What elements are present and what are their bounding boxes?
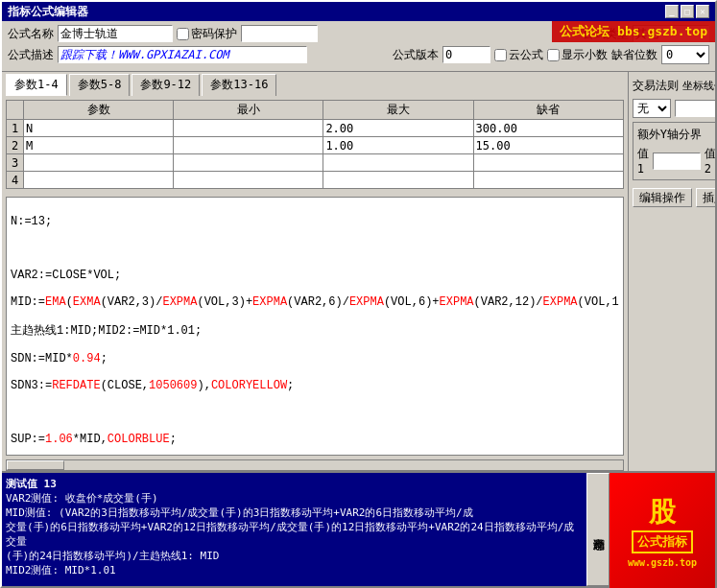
tabs-bar: 参数1-4 参数5-8 参数9-12 参数13-16: [2, 72, 628, 96]
right-spacer: [633, 211, 715, 467]
formula-watermark-image: 股 公式指标 www.gszb.top: [609, 473, 715, 588]
row-num-1: 1: [7, 120, 24, 137]
param-max-input-4[interactable]: [323, 172, 472, 188]
param-default-input-1[interactable]: [474, 120, 623, 136]
val1-input[interactable]: [653, 153, 701, 170]
cloud-label: 云公式: [494, 47, 543, 63]
password-input[interactable]: [241, 25, 318, 42]
param-min-input-4[interactable]: [174, 172, 323, 188]
param-min-input-1[interactable]: [174, 120, 323, 136]
tab-params-13-16[interactable]: 参数13-16: [202, 74, 276, 96]
coord-input[interactable]: [675, 100, 715, 117]
tab-params-5-8[interactable]: 参数5-8: [69, 74, 131, 96]
maximize-btn[interactable]: □: [681, 5, 694, 18]
insert-fn-btn[interactable]: 插入函数: [696, 188, 715, 207]
horizontal-scrollbar[interactable]: [6, 459, 624, 471]
desc-input[interactable]: [58, 46, 307, 63]
trade-rule-row: 交易法则 坐标线位置,最多6个,用分号分隔 另存为: [633, 76, 715, 95]
password-label: 密码保护: [191, 26, 237, 42]
cloud-checkbox[interactable]: [494, 49, 507, 61]
output-line-3: MID测值: (VAR2的3日指数移动平均/成交量(手)的3日指数移动平均+VA…: [6, 506, 583, 520]
coord-input-row: 无 自动 取 消: [633, 99, 715, 118]
param-default-input-2[interactable]: [474, 137, 623, 153]
password-checkbox[interactable]: [177, 28, 189, 40]
yaxis-section: 额外Y轴分界 值1 值2 值3 值4: [633, 122, 715, 180]
show-small-text: 显示小数: [562, 47, 608, 63]
val1-label: 值1: [637, 146, 649, 176]
param-default-input-4[interactable]: [474, 172, 623, 188]
yaxis-title: 额外Y轴分界: [637, 127, 715, 143]
cloud-text: 云公式: [509, 47, 543, 63]
main-window: 指标公式编辑器 _ □ ✕ 公式论坛 bbs.gszb.top 公式名称 密码保…: [0, 0, 717, 588]
param-max-input-2[interactable]: [323, 137, 472, 153]
version-input[interactable]: [442, 46, 490, 63]
yaxis-values-row: 值1 值2 值3 值4: [637, 146, 715, 176]
trade-rule-label: 交易法则: [633, 78, 679, 94]
output-line-2: VAR2测值: 收盘价*成交量(手): [6, 491, 583, 506]
param-min-input-2[interactable]: [174, 137, 323, 153]
param-default-3: [473, 154, 623, 172]
param-name-4: [24, 172, 174, 189]
bottom-section: 测试值 13 VAR2测值: 收盘价*成交量(手) MID测值: (VAR2的3…: [2, 471, 715, 586]
password-checkbox-label: 密码保护: [177, 26, 237, 42]
formula-desc-row: 公式描述 公式版本 云公式 显示小数 缺省位数 0123: [8, 45, 709, 64]
table-row: 3: [7, 154, 624, 172]
edit-ops-btn[interactable]: 编辑操作: [633, 188, 692, 207]
param-name-input-2[interactable]: [24, 137, 173, 153]
col-name: 参数: [24, 101, 174, 120]
title-bar-buttons: _ □ ✕: [665, 5, 709, 18]
left-panel: 参数1-4 参数5-8 参数9-12 参数13-16 参数 最小 最大 缺省: [2, 72, 629, 471]
header-area: 公式论坛 bbs.gszb.top 公式名称 密码保护 公式类型 公式描述: [2, 21, 715, 72]
row-num-4: 4: [7, 172, 24, 189]
code-editor[interactable]: N:=13; VAR2:=CLOSE*VOL; MID:=EMA(EXMA(VA…: [6, 197, 624, 456]
show-small-checkbox[interactable]: [547, 49, 560, 61]
row-num-2: 2: [7, 137, 24, 154]
tab-params-1-4[interactable]: 参数1-4: [6, 74, 67, 96]
param-name-1: [24, 120, 174, 137]
param-default-4: [473, 172, 623, 189]
row-num-3: 3: [7, 154, 24, 172]
param-default-1: [473, 120, 623, 137]
param-min-4: [174, 172, 323, 189]
param-name-input-3[interactable]: [24, 154, 173, 171]
formula-watermark-title: 公式指标: [632, 530, 693, 553]
main-content: 参数1-4 参数5-8 参数9-12 参数13-16 参数 最小 最大 缺省: [2, 72, 715, 471]
param-min-input-3[interactable]: [174, 154, 323, 171]
name-label: 公式名称: [8, 26, 54, 42]
param-default-2: [473, 137, 623, 154]
param-name-input-4[interactable]: [24, 172, 173, 188]
digits-label: 缺省位数: [611, 47, 657, 63]
scrollbar-thumb[interactable]: [7, 460, 64, 470]
watermark-top: 公式论坛 bbs.gszb.top: [552, 21, 715, 42]
coord-label: 坐标线位置,最多6个,用分号分隔: [682, 79, 715, 93]
val2-label: 值2: [705, 146, 715, 176]
param-max-input-3[interactable]: [323, 154, 472, 171]
param-max-input-1[interactable]: [323, 120, 472, 136]
close-btn[interactable]: ✕: [696, 5, 709, 18]
output-area: 测试值 13 VAR2测值: 收盘价*成交量(手) MID测值: (VAR2的3…: [2, 473, 586, 586]
name-input[interactable]: [58, 25, 173, 42]
table-row: 4: [7, 172, 624, 189]
tab-params-9-12[interactable]: 参数9-12: [131, 74, 200, 96]
version-label: 公式版本: [393, 47, 439, 63]
params-table: 参数 最小 最大 缺省 1: [6, 100, 624, 189]
formula-watermark-url: www.gszb.top: [628, 557, 697, 568]
digits-select[interactable]: 0123: [661, 45, 709, 64]
col-min: 最小: [174, 101, 323, 120]
dynamic-translate-btn[interactable]: 动态翻译: [586, 473, 609, 586]
title-bar: 指标公式编辑器 _ □ ✕: [2, 2, 715, 21]
param-default-input-3[interactable]: [474, 154, 623, 171]
minimize-btn[interactable]: _: [665, 5, 679, 18]
table-row: 2: [7, 137, 624, 154]
trade-rule-select[interactable]: 无: [633, 99, 671, 118]
param-min-1: [174, 120, 323, 137]
action-buttons-row: 编辑操作 插入函数 插入资源 引入公式 测试公式: [633, 188, 715, 207]
param-name-input-1[interactable]: [24, 120, 173, 136]
output-line-5: (手)的24日指数移动平均)/主趋热线1: MID: [6, 549, 583, 563]
param-min-3: [174, 154, 323, 172]
col-num: [7, 101, 24, 120]
output-line-1: 测试值 13: [6, 477, 583, 491]
param-max-2: [323, 137, 473, 154]
col-max: 最大: [323, 101, 473, 120]
param-name-2: [24, 137, 174, 154]
